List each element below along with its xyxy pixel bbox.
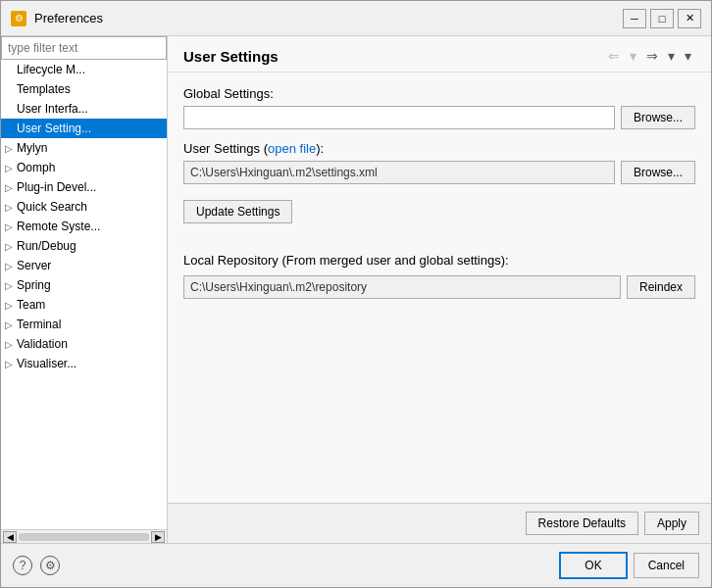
user-settings-group: User Settings (open file): Browse...	[183, 141, 695, 184]
sidebar-item-user-interface[interactable]: User Interfa...	[1, 99, 167, 119]
sidebar-item-label-team: Team	[17, 298, 45, 312]
sidebar-item-label-remote-syste: Remote Syste...	[17, 220, 100, 233]
filter-input[interactable]	[1, 36, 167, 60]
sidebar-item-label-mylyn: Mylyn	[17, 141, 47, 155]
sidebar-item-label-run-debug: Run/Debug	[17, 239, 76, 253]
sidebar-item-user-settings[interactable]: User Setting...	[1, 119, 167, 138]
sidebar-item-label-terminal: Terminal	[17, 318, 61, 331]
main-content: User Settings ⇐ ▾ ⇒ ▾ ▾ Global Settings:…	[168, 36, 711, 543]
user-settings-input-row: Browse...	[183, 161, 695, 184]
update-settings-button[interactable]: Update Settings	[183, 200, 292, 223]
ok-button[interactable]: OK	[559, 552, 627, 579]
reindex-button[interactable]: Reindex	[627, 275, 695, 299]
settings-icon[interactable]: ⚙	[40, 556, 60, 575]
sidebar-item-templates[interactable]: Templates	[1, 79, 167, 99]
sidebar-item-mylyn[interactable]: ▷Mylyn	[1, 138, 167, 158]
user-settings-browse-button[interactable]: Browse...	[621, 161, 695, 184]
window-body: Lifecycle M...TemplatesUser Interfa...Us…	[1, 36, 711, 543]
close-button[interactable]: ✕	[678, 9, 701, 28]
forward-dropdown-button[interactable]: ▾	[664, 46, 679, 66]
user-settings-input[interactable]	[183, 161, 615, 184]
help-icon[interactable]: ?	[13, 556, 32, 575]
sidebar-item-label-visualiser: Visualiser...	[17, 357, 76, 370]
content-body: Global Settings: Browse... User Settings…	[168, 73, 711, 503]
menu-dropdown-button[interactable]: ▾	[681, 46, 695, 66]
sidebar-item-label-user-settings: User Setting...	[17, 122, 91, 135]
sidebar-item-plug-in-devel[interactable]: ▷Plug-in Devel...	[1, 177, 167, 197]
nav-buttons: ⇐ ▾ ⇒ ▾ ▾	[604, 46, 695, 66]
back-button[interactable]: ⇐	[604, 46, 624, 66]
sidebar-item-label-lifecycle: Lifecycle M...	[17, 63, 85, 76]
sidebar-hscroll: ◀ ▶	[1, 529, 167, 543]
sidebar-item-lifecycle[interactable]: Lifecycle M...	[1, 60, 167, 79]
apply-button[interactable]: Apply	[644, 512, 699, 535]
user-settings-label: User Settings (open file):	[183, 141, 695, 156]
maximize-button[interactable]: □	[650, 9, 674, 28]
back-dropdown-button[interactable]: ▾	[626, 46, 640, 66]
scroll-left-btn[interactable]: ◀	[3, 531, 17, 543]
window-controls: ─ □ ✕	[623, 9, 701, 28]
open-file-link[interactable]: open file	[268, 141, 316, 156]
local-repo-input-row: Reindex	[183, 275, 695, 299]
global-settings-browse-button[interactable]: Browse...	[621, 106, 695, 129]
cancel-button[interactable]: Cancel	[634, 553, 699, 578]
sidebar-item-label-server: Server	[17, 259, 51, 272]
sidebar-item-oomph[interactable]: ▷Oomph	[1, 158, 167, 177]
window-footer: ? ⚙ OK Cancel	[1, 543, 711, 587]
sidebar-item-visualiser[interactable]: ▷Visualiser...	[1, 354, 167, 373]
global-settings-input[interactable]	[183, 106, 615, 129]
sidebar-item-label-plug-in-devel: Plug-in Devel...	[17, 180, 96, 194]
sidebar-item-remote-syste[interactable]: ▷Remote Syste...	[1, 217, 167, 236]
local-repo-section: Local Repository (From merged user and g…	[183, 253, 695, 299]
sidebar-item-label-validation: Validation	[17, 337, 68, 351]
minimize-button[interactable]: ─	[623, 9, 646, 28]
sidebar-item-validation[interactable]: ▷Validation	[1, 334, 167, 354]
update-settings-group: Update Settings	[183, 200, 292, 223]
sidebar-item-server[interactable]: ▷Server	[1, 256, 167, 275]
content-footer: Restore Defaults Apply	[168, 503, 711, 543]
title-bar: ⚙ Preferences ─ □ ✕	[1, 1, 711, 36]
sidebar-item-run-debug[interactable]: ▷Run/Debug	[1, 236, 167, 256]
sidebar-item-terminal[interactable]: ▷Terminal	[1, 315, 167, 334]
footer-left: ? ⚙	[13, 556, 553, 575]
sidebar-item-quick-search[interactable]: ▷Quick Search	[1, 197, 167, 217]
sidebar: Lifecycle M...TemplatesUser Interfa...Us…	[1, 36, 168, 543]
window-title: Preferences	[34, 11, 615, 25]
global-settings-group: Global Settings: Browse...	[183, 86, 695, 129]
local-repo-label: Local Repository (From merged user and g…	[183, 253, 695, 268]
scroll-track	[19, 533, 149, 541]
sidebar-item-label-spring: Spring	[17, 278, 51, 292]
sidebar-item-label-user-interface: User Interfa...	[17, 102, 88, 116]
global-settings-input-row: Browse...	[183, 106, 695, 129]
sidebar-item-label-oomph: Oomph	[17, 161, 55, 174]
sidebar-item-spring[interactable]: ▷Spring	[1, 275, 167, 295]
tree-container: Lifecycle M...TemplatesUser Interfa...Us…	[1, 60, 167, 529]
content-title: User Settings	[183, 48, 279, 65]
global-settings-label: Global Settings:	[183, 86, 695, 101]
local-repo-input[interactable]	[183, 275, 621, 299]
sidebar-item-label-templates: Templates	[17, 82, 71, 96]
scroll-right-btn[interactable]: ▶	[151, 531, 165, 543]
content-header: User Settings ⇐ ▾ ⇒ ▾ ▾	[168, 36, 711, 73]
forward-button[interactable]: ⇒	[642, 46, 662, 66]
sidebar-item-team[interactable]: ▷Team	[1, 295, 167, 315]
preferences-window: ⚙ Preferences ─ □ ✕ Lifecycle M...Templa…	[0, 0, 712, 588]
app-icon: ⚙	[11, 11, 26, 26]
restore-defaults-button[interactable]: Restore Defaults	[526, 512, 638, 535]
sidebar-item-label-quick-search: Quick Search	[17, 200, 87, 214]
